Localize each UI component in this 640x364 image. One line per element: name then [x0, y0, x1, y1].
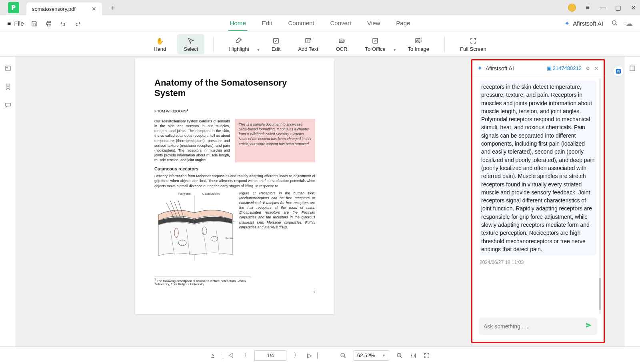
- highlight-tool[interactable]: Highlight: [222, 34, 256, 54]
- minimize-icon[interactable]: —: [599, 4, 606, 11]
- page-start-icon[interactable]: ⎸◁: [223, 352, 234, 359]
- comment-icon[interactable]: [4, 102, 12, 110]
- fit-page-icon[interactable]: [424, 352, 430, 359]
- collapse-toggle[interactable]: ︿ ﹀: [623, 21, 627, 26]
- edit-label: Edit: [272, 46, 280, 52]
- svg-line-36: [344, 356, 345, 358]
- menubar: ≡ File Home Edit Comment Convert View Pa…: [0, 15, 640, 32]
- bookmark-icon[interactable]: [4, 83, 12, 92]
- select-label: Select: [184, 46, 198, 52]
- page-end-icon[interactable]: ▷⎹: [307, 352, 318, 359]
- svg-text:OCR: OCR: [340, 40, 345, 42]
- fit-width-icon[interactable]: [410, 352, 416, 359]
- app-logo: [8, 2, 19, 13]
- hand-label: Hand: [154, 46, 166, 52]
- edit-icon: [272, 36, 280, 45]
- svg-text:Dermis: Dermis: [226, 237, 233, 239]
- ai-brand-button[interactable]: ✦ Afirstsoft AI: [564, 20, 603, 27]
- figure-caption: Figure 1: Receptors in the human skin: M…: [239, 191, 315, 266]
- svg-point-15: [6, 67, 8, 68]
- tab-edit[interactable]: Edit: [260, 16, 274, 31]
- tab-comment[interactable]: Comment: [287, 16, 316, 31]
- sample-note: This is a sample document to showcase pa…: [235, 119, 315, 162]
- tab-home[interactable]: Home: [228, 16, 248, 31]
- maximize-icon[interactable]: ▢: [614, 4, 622, 11]
- tab-page[interactable]: Page: [394, 16, 412, 31]
- svg-rect-14: [6, 66, 10, 71]
- panel-toggle-icon[interactable]: [629, 65, 636, 74]
- ai-session-id[interactable]: ▣ 2147480212: [547, 65, 582, 71]
- svg-point-3: [612, 20, 616, 24]
- ai-panel-title: Afirstsoft AI: [486, 65, 514, 72]
- window-controls: ≡ — ▢ ✕: [568, 4, 637, 12]
- sparkle-icon: ✦: [564, 20, 570, 27]
- figure-illustration: Hairy skin Glabrous skin: [154, 191, 234, 266]
- svg-text:Epidermis: Epidermis: [224, 220, 234, 222]
- quick-actions: [31, 20, 81, 27]
- highlighter-icon: [236, 36, 243, 45]
- save-icon[interactable]: [31, 20, 38, 27]
- zoom-value: 62.52%: [357, 352, 375, 358]
- document-area[interactable]: Anatomy of the Somatosensory System FROM…: [16, 57, 624, 346]
- tab-close-icon[interactable]: ✕: [92, 6, 96, 12]
- svg-rect-31: [630, 66, 635, 71]
- ai-timestamp: 2024/06/27 18:11:03: [480, 260, 596, 265]
- ai-scrollbar[interactable]: [599, 78, 601, 314]
- new-tab-button[interactable]: ＋: [109, 3, 116, 12]
- chevron-down-icon[interactable]: ▼: [256, 48, 260, 52]
- hamburger-icon[interactable]: ≡: [584, 4, 591, 11]
- next-page-icon[interactable]: 〉: [294, 351, 300, 360]
- toolbar: ✋ Hand Select Highlight ▼ Edit Add Text …: [0, 32, 640, 57]
- intro-text: Our somatosensory system consists of sen…: [154, 119, 230, 162]
- ai-brand-label: Afirstsoft AI: [573, 20, 603, 27]
- search-icon[interactable]: [611, 20, 618, 28]
- to-office-tool[interactable]: W To Office: [359, 34, 392, 54]
- section-body: Sensory information from Meissner corpus…: [154, 174, 315, 188]
- add-text-tool[interactable]: Add Text: [292, 34, 324, 54]
- page-number: 1: [154, 290, 315, 294]
- close-panel-icon[interactable]: ✕: [594, 65, 599, 72]
- prev-page-icon[interactable]: 〈: [241, 351, 247, 360]
- footnote: 1 The following description is based on …: [154, 276, 251, 286]
- divider: [213, 36, 214, 52]
- tab-convert[interactable]: Convert: [329, 16, 353, 31]
- ocr-tool[interactable]: OCR OCR: [330, 34, 354, 54]
- file-menu[interactable]: ≡ File: [7, 20, 24, 27]
- ai-body: receptors in the skin detect temperature…: [472, 76, 604, 314]
- undo-icon[interactable]: [60, 20, 66, 27]
- chevron-down-icon[interactable]: ▼: [393, 48, 397, 52]
- redo-icon[interactable]: [74, 20, 81, 27]
- statusbar: ⎸◁ 〈 〉 ▷⎹ 62.52% ▼: [0, 346, 640, 364]
- ocr-icon: OCR: [338, 36, 345, 45]
- ai-input-container: [479, 318, 597, 335]
- edit-tool[interactable]: Edit: [265, 34, 287, 54]
- cursor-icon: [187, 36, 194, 45]
- close-window-icon[interactable]: ✕: [630, 4, 637, 11]
- zoom-out-icon[interactable]: [340, 352, 346, 359]
- add-text-icon: [305, 36, 312, 45]
- pdf-page: Anatomy of the Somatosensory System FROM…: [135, 58, 334, 314]
- user-avatar[interactable]: [568, 4, 576, 12]
- menu-icon: ≡: [7, 20, 11, 27]
- send-icon[interactable]: [585, 322, 592, 331]
- page-input[interactable]: [254, 350, 286, 361]
- select-tool[interactable]: Select: [177, 34, 204, 54]
- document-tab[interactable]: somatosensory.pdf ✕: [26, 2, 102, 15]
- page-title: Anatomy of the Somatosensory System: [154, 78, 315, 98]
- zoom-select[interactable]: 62.52% ▼: [354, 350, 389, 361]
- titlebar: somatosensory.pdf ✕ ＋ ≡ — ▢ ✕: [0, 0, 640, 15]
- thumbnails-icon[interactable]: [4, 65, 12, 74]
- first-page-icon[interactable]: [210, 353, 216, 358]
- settings-icon[interactable]: ⚙: [586, 66, 590, 71]
- divider: [444, 36, 445, 52]
- image-icon: [415, 36, 422, 45]
- full-screen-tool[interactable]: Full Screen: [454, 34, 493, 54]
- tab-view[interactable]: View: [366, 16, 382, 31]
- ai-prompt-input[interactable]: [484, 323, 585, 330]
- sparkle-icon: ✦: [477, 64, 482, 72]
- hand-tool[interactable]: ✋ Hand: [147, 34, 172, 54]
- export-word-button[interactable]: W: [613, 66, 624, 77]
- print-icon[interactable]: [46, 20, 52, 27]
- zoom-in-icon[interactable]: [396, 352, 403, 359]
- to-image-tool[interactable]: To Image: [402, 34, 436, 54]
